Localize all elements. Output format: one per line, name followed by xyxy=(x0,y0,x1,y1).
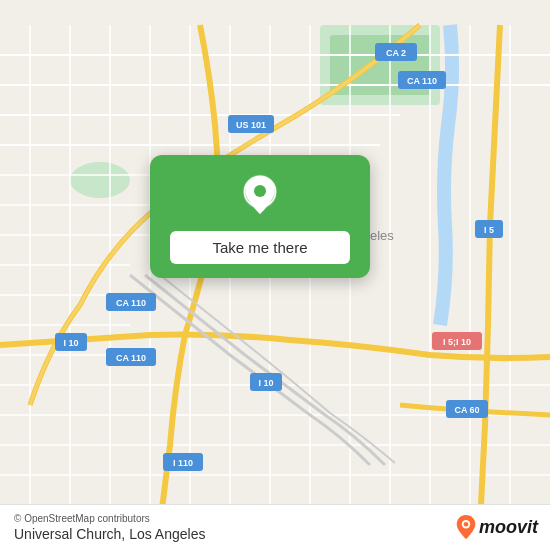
moovit-logo: moovit xyxy=(455,514,538,540)
svg-text:I 110: I 110 xyxy=(173,458,193,468)
svg-text:CA 60: CA 60 xyxy=(454,405,479,415)
svg-text:eles: eles xyxy=(370,228,394,243)
svg-text:CA 110: CA 110 xyxy=(116,353,146,363)
svg-point-59 xyxy=(464,522,469,527)
take-me-there-button[interactable]: Take me there xyxy=(170,231,350,264)
location-pin-icon xyxy=(236,173,284,221)
svg-text:US 101: US 101 xyxy=(236,120,266,130)
moovit-pin-icon xyxy=(455,514,477,540)
svg-text:CA 110: CA 110 xyxy=(407,76,437,86)
svg-text:I 10: I 10 xyxy=(258,378,273,388)
svg-text:I 5: I 5 xyxy=(484,225,494,235)
location-card: Take me there xyxy=(150,155,370,278)
svg-point-57 xyxy=(254,185,266,197)
moovit-brand-text: moovit xyxy=(479,517,538,538)
svg-text:CA 110: CA 110 xyxy=(116,298,146,308)
svg-text:CA 2: CA 2 xyxy=(386,48,406,58)
svg-text:I 5;I 10: I 5;I 10 xyxy=(443,337,471,347)
map-container: CA 2 CA 110 US 101 I 5 I 5;I 10 CA 110 I… xyxy=(0,0,550,550)
svg-point-3 xyxy=(70,162,130,198)
svg-text:I 10: I 10 xyxy=(63,338,78,348)
